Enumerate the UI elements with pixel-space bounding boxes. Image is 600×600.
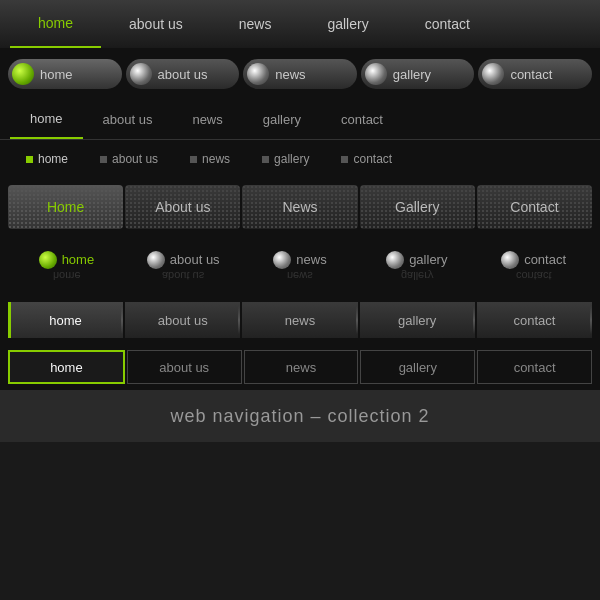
- nav6-reflect-contact: contact: [516, 270, 551, 282]
- nav6-top-home: home: [39, 251, 95, 269]
- nav6-item-home[interactable]: home home: [8, 251, 125, 282]
- nav-bar-1: home about us news gallery contact: [0, 0, 600, 48]
- nav2-label-news: news: [275, 67, 305, 82]
- nav6-label-gallery: gallery: [409, 252, 447, 267]
- nav7-item-home[interactable]: home: [8, 302, 123, 338]
- nav4-item-news[interactable]: news: [174, 152, 246, 166]
- nav-bar-8: home about us news gallery contact: [0, 344, 600, 390]
- nav5-item-about[interactable]: About us: [125, 185, 240, 229]
- nav2-item-contact[interactable]: contact: [478, 59, 592, 89]
- nav7-item-contact[interactable]: contact: [477, 302, 592, 338]
- nav8-label-home: home: [50, 360, 83, 375]
- nav2-label-contact: contact: [510, 67, 552, 82]
- nav8-item-news[interactable]: news: [244, 350, 359, 384]
- nav7-label-contact: contact: [513, 313, 555, 328]
- nav5-label-contact: Contact: [510, 199, 558, 215]
- sphere-icon: [12, 63, 34, 85]
- nav6-label-home: home: [62, 252, 95, 267]
- nav1-item-contact[interactable]: contact: [397, 0, 498, 48]
- nav5-item-gallery[interactable]: Gallery: [360, 185, 475, 229]
- sphere-icon: [365, 63, 387, 85]
- nav6-top-contact: contact: [501, 251, 566, 269]
- nav-bar-5: Home About us News Gallery Contact: [0, 178, 600, 236]
- nav8-label-news: news: [286, 360, 316, 375]
- nav5-label-gallery: Gallery: [395, 199, 439, 215]
- nav8-label-about: about us: [159, 360, 209, 375]
- nav3-item-home[interactable]: home: [10, 100, 83, 139]
- nav8-label-gallery: gallery: [399, 360, 437, 375]
- nav1-item-news[interactable]: news: [211, 0, 300, 48]
- nav6-reflect-about: about us: [162, 270, 204, 282]
- nav6-top-news: news: [273, 251, 326, 269]
- nav2-item-home[interactable]: home: [8, 59, 122, 89]
- nav6-item-about[interactable]: about us about us: [125, 251, 242, 282]
- sphere-icon: [39, 251, 57, 269]
- nav6-item-gallery[interactable]: gallery gallery: [358, 251, 475, 282]
- nav4-item-about[interactable]: about us: [84, 152, 174, 166]
- nav3-item-news[interactable]: news: [172, 100, 242, 139]
- nav6-top-about: about us: [147, 251, 220, 269]
- sphere-icon: [247, 63, 269, 85]
- nav1-item-about[interactable]: about us: [101, 0, 211, 48]
- nav-bar-3: home about us news gallery contact: [0, 100, 600, 140]
- bullet-icon: [26, 156, 33, 163]
- nav6-reflect-gallery: gallery: [401, 270, 433, 282]
- nav7-item-gallery[interactable]: gallery: [360, 302, 475, 338]
- nav8-item-contact[interactable]: contact: [477, 350, 592, 384]
- nav2-item-about[interactable]: about us: [126, 59, 240, 89]
- bullet-icon: [190, 156, 197, 163]
- nav7-item-about[interactable]: about us: [125, 302, 240, 338]
- sphere-icon: [147, 251, 165, 269]
- nav3-item-contact[interactable]: contact: [321, 100, 403, 139]
- nav2-label-about: about us: [158, 67, 208, 82]
- sphere-icon: [130, 63, 152, 85]
- nav1-item-gallery[interactable]: gallery: [299, 0, 396, 48]
- nav7-item-news[interactable]: news: [242, 302, 357, 338]
- nav4-item-gallery[interactable]: gallery: [246, 152, 325, 166]
- nav6-top-gallery: gallery: [386, 251, 447, 269]
- nav5-label-about: About us: [155, 199, 210, 215]
- nav2-item-news[interactable]: news: [243, 59, 357, 89]
- nav2-item-gallery[interactable]: gallery: [361, 59, 475, 89]
- nav8-item-home[interactable]: home: [8, 350, 125, 384]
- nav5-label-news: News: [283, 199, 318, 215]
- bullet-icon: [341, 156, 348, 163]
- nav7-label-home: home: [49, 313, 82, 328]
- nav7-label-news: news: [285, 313, 315, 328]
- footer-text: web navigation – collection 2: [170, 406, 429, 427]
- bullet-icon: [100, 156, 107, 163]
- nav1-item-home[interactable]: home: [10, 0, 101, 48]
- nav4-item-home[interactable]: home: [10, 152, 84, 166]
- nav6-label-news: news: [296, 252, 326, 267]
- nav-bar-4: home about us news gallery contact: [0, 140, 600, 178]
- nav2-label-home: home: [40, 67, 73, 82]
- nav6-label-contact: contact: [524, 252, 566, 267]
- sphere-icon: [501, 251, 519, 269]
- nav5-label-home: Home: [47, 199, 84, 215]
- sphere-icon: [273, 251, 291, 269]
- nav2-label-gallery: gallery: [393, 67, 431, 82]
- nav3-item-gallery[interactable]: gallery: [243, 100, 321, 139]
- nav6-reflect-news: news: [287, 270, 313, 282]
- sphere-icon: [386, 251, 404, 269]
- nav-bar-7: home about us news gallery contact: [0, 296, 600, 344]
- nav8-item-gallery[interactable]: gallery: [360, 350, 475, 384]
- nav-bar-6: home home about us about us news news ga…: [0, 236, 600, 296]
- nav-bar-2: home about us news gallery contact: [0, 48, 600, 100]
- nav7-label-about: about us: [158, 313, 208, 328]
- footer: web navigation – collection 2: [0, 390, 600, 442]
- sphere-icon: [482, 63, 504, 85]
- nav8-label-contact: contact: [514, 360, 556, 375]
- nav6-label-about: about us: [170, 252, 220, 267]
- nav8-item-about[interactable]: about us: [127, 350, 242, 384]
- nav6-reflect-home: home: [53, 270, 81, 282]
- nav5-item-news[interactable]: News: [242, 185, 357, 229]
- bullet-icon: [262, 156, 269, 163]
- nav6-item-news[interactable]: news news: [242, 251, 359, 282]
- nav5-item-home[interactable]: Home: [8, 185, 123, 229]
- nav7-label-gallery: gallery: [398, 313, 436, 328]
- nav6-item-contact[interactable]: contact contact: [475, 251, 592, 282]
- nav3-item-about[interactable]: about us: [83, 100, 173, 139]
- nav5-item-contact[interactable]: Contact: [477, 185, 592, 229]
- nav4-item-contact[interactable]: contact: [325, 152, 408, 166]
